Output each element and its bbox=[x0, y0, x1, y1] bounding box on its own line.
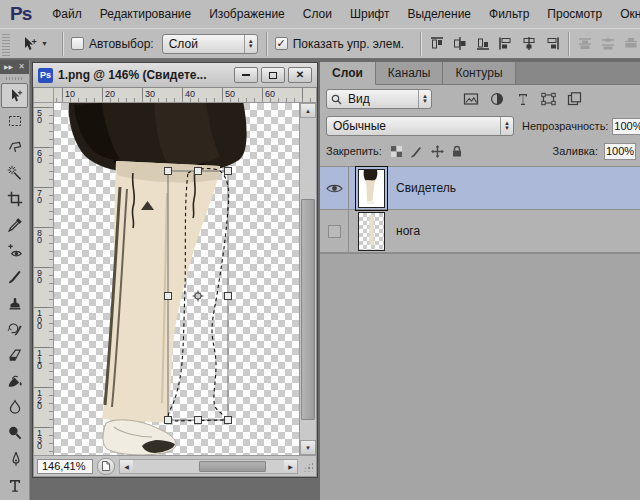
blend-mode-select[interactable]: Обычные ▲▼ bbox=[326, 116, 514, 136]
ruler-h-label: 50 bbox=[225, 89, 235, 99]
scroll-left-button[interactable]: ◀ bbox=[120, 460, 133, 473]
opacity-field[interactable]: 100% bbox=[612, 118, 640, 135]
visibility-toggle[interactable] bbox=[320, 210, 349, 252]
ruler-h-label: 60 bbox=[265, 89, 275, 99]
layer-name[interactable]: Свидетель bbox=[396, 181, 456, 195]
pixel-layer-filter-icon[interactable] bbox=[462, 91, 479, 107]
layer-row-svidetel[interactable]: Свидетель bbox=[320, 167, 640, 210]
eyedropper-tool[interactable] bbox=[1, 212, 29, 238]
crop-tool[interactable] bbox=[1, 186, 29, 212]
layer-row-noga[interactable]: нога bbox=[320, 210, 640, 253]
align-bottom-edges-icon[interactable] bbox=[475, 36, 491, 51]
menu-item-image[interactable]: Изображение bbox=[200, 7, 294, 21]
document-window: Ps 1.png @ 146% (Свидете... ✕ 10 20 30 4… bbox=[32, 62, 318, 478]
align-horizontal-centers-icon[interactable] bbox=[521, 36, 537, 51]
menu-item-select[interactable]: Выделение bbox=[398, 7, 480, 21]
options-bar-grip[interactable] bbox=[2, 32, 10, 56]
menu-item-edit[interactable]: Редактирование bbox=[91, 7, 200, 21]
collapse-panel-icon[interactable]: ▶▶ bbox=[4, 63, 13, 71]
eye-icon bbox=[326, 183, 343, 194]
autoselect-target-select[interactable]: Слой ▲▼ bbox=[162, 34, 258, 54]
red-eye-tool[interactable] bbox=[1, 238, 29, 264]
layer-name[interactable]: нога bbox=[396, 224, 420, 238]
leg-thumbnail-content bbox=[369, 215, 374, 245]
lock-all-icon[interactable] bbox=[451, 145, 463, 158]
history-brush-tool[interactable] bbox=[1, 316, 29, 342]
horizontal-scrollbar[interactable]: ◀ ▶ bbox=[119, 459, 298, 474]
type-tool[interactable] bbox=[1, 472, 29, 498]
align-left-edges-icon[interactable] bbox=[498, 36, 514, 51]
close-panel-icon[interactable]: ✕ bbox=[18, 63, 25, 71]
autoselect-checkbox[interactable] bbox=[71, 37, 84, 50]
menu-item-file[interactable]: Файл bbox=[43, 7, 91, 21]
layer-thumbnail[interactable] bbox=[358, 212, 385, 251]
status-menu-button[interactable] bbox=[97, 458, 115, 475]
lock-transparency-icon[interactable] bbox=[390, 145, 403, 158]
align-right-edges-icon[interactable] bbox=[544, 36, 560, 51]
canvas[interactable] bbox=[54, 103, 299, 455]
scroll-right-button[interactable]: ▶ bbox=[284, 460, 297, 473]
zoom-level-field[interactable]: 146,41% bbox=[37, 459, 93, 474]
visibility-toggle[interactable] bbox=[320, 167, 349, 209]
minimize-button[interactable] bbox=[234, 67, 258, 83]
scroll-up-button[interactable]: ▲ bbox=[300, 103, 316, 118]
distribute-top-icon bbox=[577, 36, 593, 51]
move-tool[interactable] bbox=[1, 83, 28, 108]
maximize-icon bbox=[269, 72, 277, 79]
menu-item-window[interactable]: Окно bbox=[611, 7, 640, 21]
rectangular-marquee-tool[interactable] bbox=[1, 108, 29, 134]
document-ps-badge: Ps bbox=[38, 68, 53, 83]
adjustment-layer-filter-icon[interactable] bbox=[488, 91, 505, 107]
autoselect-target-value: Слой bbox=[163, 37, 244, 51]
type-layer-filter-icon[interactable] bbox=[514, 91, 531, 107]
tab-paths[interactable]: Контуры bbox=[443, 62, 515, 84]
pen-tool[interactable] bbox=[1, 446, 29, 472]
vertical-scrollbar[interactable]: ▲ ▼ bbox=[299, 103, 316, 455]
document-title-bar[interactable]: Ps 1.png @ 146% (Свидете... ✕ bbox=[33, 63, 317, 88]
document-content: 10 20 30 40 50 60 50 60 70 80 90 100 110… bbox=[34, 88, 316, 455]
photoshop-window: Ps Файл Редактирование Изображение Слои … bbox=[0, 0, 640, 500]
menu-item-type[interactable]: Шрифт bbox=[341, 7, 398, 21]
horizontal-scroll-thumb[interactable] bbox=[199, 461, 265, 472]
pen-icon bbox=[7, 451, 23, 467]
lock-position-icon[interactable] bbox=[431, 145, 444, 158]
brush-icon bbox=[7, 269, 23, 285]
clone-stamp-icon bbox=[7, 295, 23, 311]
tools-panel-grip[interactable] bbox=[0, 74, 29, 83]
align-vertical-centers-icon[interactable] bbox=[452, 36, 468, 51]
tool-preset-picker[interactable]: ▼ bbox=[14, 36, 54, 52]
fill-field[interactable]: 100% bbox=[604, 143, 636, 160]
close-button[interactable]: ✕ bbox=[288, 67, 312, 83]
menu-item-view[interactable]: Просмотр bbox=[538, 7, 611, 21]
scroll-down-button[interactable]: ▼ bbox=[300, 440, 316, 455]
show-transform-controls-checkbox[interactable]: ✓ bbox=[275, 37, 288, 50]
polygonal-lasso-tool[interactable] bbox=[1, 134, 29, 160]
blur-tool[interactable] bbox=[1, 394, 29, 420]
clone-stamp-tool[interactable] bbox=[1, 290, 29, 316]
separator bbox=[420, 32, 421, 56]
lock-pixels-icon[interactable] bbox=[410, 145, 424, 158]
separator bbox=[62, 32, 63, 56]
distribute-buttons-disabled bbox=[577, 36, 639, 51]
maximize-button[interactable] bbox=[261, 67, 285, 83]
magic-wand-tool[interactable] bbox=[1, 160, 29, 186]
menu-item-filter[interactable]: Фильтр bbox=[480, 7, 538, 21]
layer-thumbnail[interactable] bbox=[358, 169, 385, 208]
vertical-scroll-thumb[interactable] bbox=[301, 199, 315, 420]
shape-layer-filter-icon[interactable] bbox=[540, 91, 557, 107]
tab-channels[interactable]: Каналы bbox=[376, 62, 444, 84]
smart-object-filter-icon[interactable] bbox=[566, 91, 583, 107]
document-title: 1.png @ 146% (Свидете... bbox=[58, 68, 229, 82]
dodge-tool[interactable] bbox=[1, 420, 29, 446]
tab-layers[interactable]: Слои bbox=[320, 62, 376, 85]
align-top-edges-icon[interactable] bbox=[429, 36, 445, 51]
window-resize-grip[interactable] bbox=[302, 461, 313, 472]
search-icon bbox=[331, 94, 342, 105]
tools-panel-header: ▶▶ ✕ bbox=[0, 60, 29, 74]
paint-bucket-tool[interactable] bbox=[1, 368, 29, 394]
layer-filter-select[interactable]: Вид ▲▼ bbox=[326, 89, 432, 109]
eraser-tool[interactable] bbox=[1, 342, 29, 368]
brush-tool[interactable] bbox=[1, 264, 29, 290]
menu-item-layers[interactable]: Слои bbox=[294, 7, 341, 21]
horizontal-scroll-track[interactable] bbox=[133, 460, 284, 473]
